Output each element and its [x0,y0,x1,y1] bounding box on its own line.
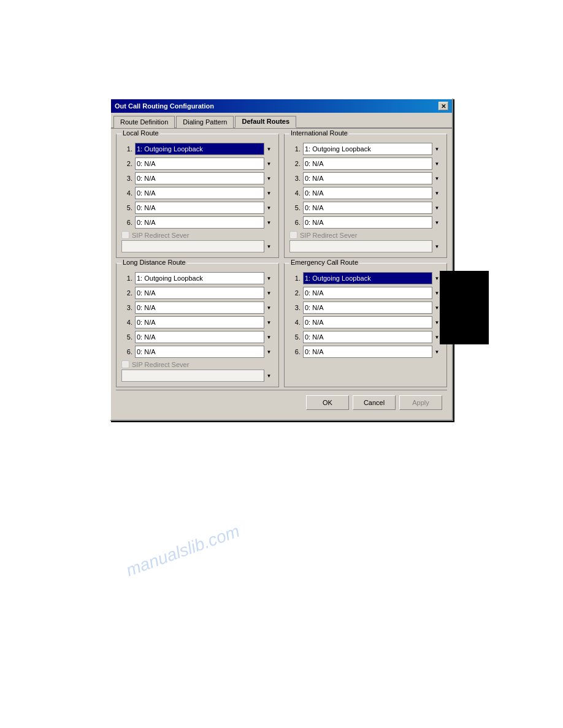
local-select-1-wrapper: 1: Outgoing Loopback ▼ [135,143,274,155]
ld-select-6[interactable]: 0: N/A [135,346,274,358]
intl-sip-select-wrapper: ▼ [289,240,442,252]
ec-route-row-2: 2. 0: N/A ▼ [289,287,442,299]
local-route-title: Local Route [121,129,160,137]
local-sip-row: SIP Redirect Sever [121,231,274,239]
intl-sip-checkbox-label: SIP Redirect Sever [289,231,357,239]
ld-row-5-num: 5. [121,333,132,341]
ec-route-row-5: 5. 0: N/A ▼ [289,331,442,343]
ld-route-row-1: 1. 1: Outgoing Loopback ▼ [121,272,274,284]
intl-route-row-6: 6. 0: N/A ▼ [289,216,442,229]
intl-select-6[interactable]: 0: N/A [303,216,442,229]
ec-route-row-6: 6. 0: N/A ▼ [289,346,442,358]
local-select-6[interactable]: 0: N/A [135,216,274,229]
title-bar: Out Call Routing Configuration ✕ [111,99,452,113]
ld-sip-select-wrapper: ▼ [121,370,274,382]
intl-select-3-wrapper: 0: N/A ▼ [303,172,442,184]
dialog-buttons: OK Cancel Apply [116,390,447,415]
intl-sip-row: SIP Redirect Sever [289,231,442,239]
ec-select-1-wrapper: 1: Outgoing Loopback ▼ [303,272,442,284]
local-sip-select-wrapper: ▼ [121,240,274,252]
local-route-row-2: 2. 0: N/A ▼ [121,157,274,170]
intl-route-row-4: 4. 0: N/A ▼ [289,187,442,199]
local-row-6-num: 6. [121,219,132,226]
ld-select-1[interactable]: 1: Outgoing Loopback [135,272,274,284]
local-route-group: Local Route 1. 1: Outgoing Loopback ▼ 2. [116,134,279,258]
ld-select-2-wrapper: 0: N/A ▼ [135,287,274,299]
close-button[interactable]: ✕ [439,102,448,110]
international-route-title: International Route [289,129,349,137]
ld-select-2[interactable]: 0: N/A [135,287,274,299]
intl-select-1-wrapper: 1: Outgoing Loopback ▼ [303,143,442,155]
ec-select-3[interactable]: 0: N/A [303,301,442,314]
ld-sip-select[interactable] [121,370,274,382]
local-route-row-6: 6. 0: N/A ▼ [121,216,274,229]
local-sip-label: SIP Redirect Sever [132,232,189,239]
dialog-window: Out Call Routing Configuration ✕ Route D… [110,98,453,421]
ec-select-2[interactable]: 0: N/A [303,287,442,299]
ld-route-row-5: 5. 0: N/A ▼ [121,331,274,343]
local-row-1-num: 1. [121,145,132,153]
emergency-call-route-title: Emergency Call Route [289,259,359,266]
ec-route-row-3: 3. 0: N/A ▼ [289,301,442,314]
intl-select-2[interactable]: 0: N/A [303,157,442,170]
ec-select-5[interactable]: 0: N/A [303,331,442,343]
local-select-4[interactable]: 0: N/A [135,187,274,199]
international-route-group: International Route 1. 1: Outgoing Loopb… [284,134,447,258]
local-sip-checkbox[interactable] [121,231,129,239]
intl-select-5[interactable]: 0: N/A [303,202,442,214]
ld-row-1-num: 1. [121,275,132,282]
intl-row-4-num: 4. [289,189,301,197]
dialog-content: Local Route 1. 1: Outgoing Loopback ▼ 2. [111,129,452,420]
intl-row-1-num: 1. [289,145,301,153]
intl-row-5-num: 5. [289,204,301,211]
ec-select-1[interactable]: 1: Outgoing Loopback [303,272,442,284]
local-select-5[interactable]: 0: N/A [135,202,274,214]
intl-row-6-num: 6. [289,219,301,226]
local-route-row-3: 3. 0: N/A ▼ [121,172,274,184]
intl-select-1[interactable]: 1: Outgoing Loopback [303,143,442,155]
intl-sip-select[interactable] [289,240,442,252]
intl-select-2-wrapper: 0: N/A ▼ [303,157,442,170]
tab-route-definition[interactable]: Route Definition [113,116,175,128]
local-sip-select[interactable] [121,240,274,252]
ec-select-2-wrapper: 0: N/A ▼ [303,287,442,299]
local-select-5-wrapper: 0: N/A ▼ [135,202,274,214]
local-select-3[interactable]: 0: N/A [135,172,274,184]
ec-row-5-num: 5. [289,333,301,341]
intl-route-row-5: 5. 0: N/A ▼ [289,202,442,214]
ec-select-6-wrapper: 0: N/A ▼ [303,346,442,358]
intl-row-2-num: 2. [289,160,301,167]
ld-sip-checkbox-label: SIP Redirect Sever [121,360,189,368]
tab-default-routes[interactable]: Default Routes [235,116,296,128]
watermark: manualslib.com [123,521,242,581]
dialog-title: Out Call Routing Configuration [115,102,214,110]
ld-row-2-num: 2. [121,289,132,297]
ec-row-1-num: 1. [289,275,301,282]
intl-select-4[interactable]: 0: N/A [303,187,442,199]
local-row-2-num: 2. [121,160,132,167]
ec-select-4[interactable]: 0: N/A [303,316,442,328]
ld-select-5[interactable]: 0: N/A [135,331,274,343]
black-bar-decoration [440,271,489,344]
intl-sip-checkbox[interactable] [289,231,297,239]
tab-dialing-pattern[interactable]: Dialing Pattern [176,116,234,128]
ok-button[interactable]: OK [306,395,349,410]
ld-sip-checkbox[interactable] [121,360,129,368]
ld-select-4[interactable]: 0: N/A [135,316,274,328]
ld-route-row-6: 6. 0: N/A ▼ [121,346,274,358]
local-select-1[interactable]: 1: Outgoing Loopback [135,143,274,155]
local-select-3-wrapper: 0: N/A ▼ [135,172,274,184]
intl-route-row-2: 2. 0: N/A ▼ [289,157,442,170]
intl-select-3[interactable]: 0: N/A [303,172,442,184]
local-sip-checkbox-label: SIP Redirect Sever [121,231,189,239]
cancel-button[interactable]: Cancel [353,395,396,410]
local-route-row-5: 5. 0: N/A ▼ [121,202,274,214]
ld-row-4-num: 4. [121,319,132,326]
intl-select-6-wrapper: 0: N/A ▼ [303,216,442,229]
local-route-row-1: 1. 1: Outgoing Loopback ▼ [121,143,274,155]
ec-select-6[interactable]: 0: N/A [303,346,442,358]
apply-button[interactable]: Apply [399,395,442,410]
ld-row-6-num: 6. [121,348,132,355]
local-select-2[interactable]: 0: N/A [135,157,274,170]
ld-select-3[interactable]: 0: N/A [135,301,274,314]
